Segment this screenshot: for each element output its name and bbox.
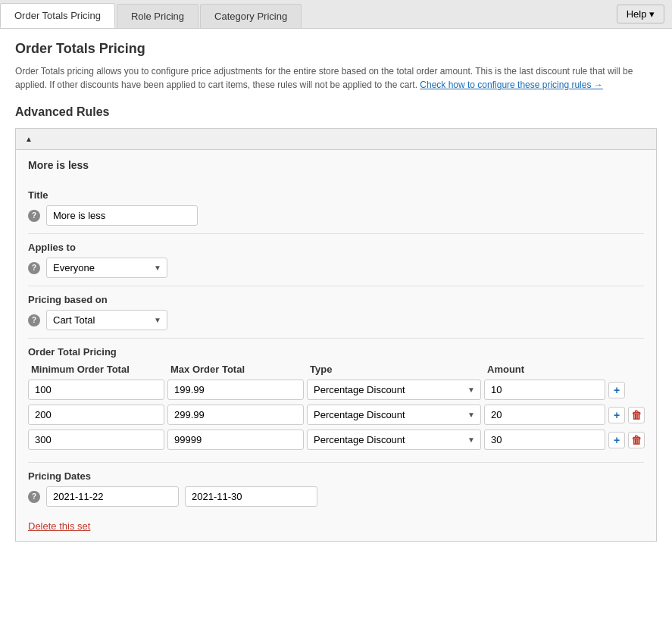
rule-content: More is less Title ? Applies to ? bbox=[16, 150, 656, 541]
delete-row-button-2[interactable]: 🗑 bbox=[628, 407, 645, 423]
type-select-wrapper-1: Percentage Discount Fixed Discount Fixed… bbox=[307, 380, 481, 400]
row-actions-1: + bbox=[608, 382, 654, 398]
amount-input-1[interactable] bbox=[484, 380, 605, 400]
table-row: Percentage Discount Fixed Discount Fixed… bbox=[28, 380, 644, 400]
title-input[interactable] bbox=[46, 205, 198, 226]
title-field-section: Title ? bbox=[28, 182, 644, 234]
start-date-input[interactable] bbox=[46, 486, 179, 507]
applies-to-label: Applies to bbox=[28, 242, 644, 253]
pricing-based-on-select[interactable]: Cart Total Subtotal bbox=[46, 310, 167, 330]
pricing-table-label: Order Total Pricing bbox=[28, 346, 644, 358]
applies-to-section: Applies to ? Everyone Logged In Guest ▼ bbox=[28, 234, 644, 286]
title-help-icon[interactable]: ? bbox=[28, 210, 40, 222]
tab-bar: Order Totals Pricing Role Pricing Catego… bbox=[0, 0, 672, 29]
pricing-based-on-select-wrapper: Cart Total Subtotal ▼ bbox=[46, 310, 167, 330]
pricing-based-on-section: Pricing based on ? Cart Total Subtotal ▼ bbox=[28, 286, 644, 339]
header-amount: Amount bbox=[484, 364, 605, 375]
type-select-wrapper-3: Percentage Discount Fixed Discount Fixed… bbox=[307, 430, 481, 450]
advanced-rules-box: ▲ More is less Title ? Applies to bbox=[15, 128, 657, 542]
max-order-input-2[interactable] bbox=[167, 405, 304, 425]
amount-input-3[interactable] bbox=[484, 430, 605, 450]
collapse-arrow-icon[interactable]: ▲ bbox=[25, 135, 33, 143]
pricing-rules-link[interactable]: Check how to configure these pricing rul… bbox=[420, 80, 602, 90]
applies-to-select-wrapper: Everyone Logged In Guest ▼ bbox=[46, 258, 167, 278]
page-title: Order Totals Pricing bbox=[15, 41, 657, 57]
section-title: Advanced Rules bbox=[15, 105, 657, 119]
applies-to-row: ? Everyone Logged In Guest ▼ bbox=[28, 258, 644, 278]
add-row-button-2[interactable]: + bbox=[608, 407, 625, 423]
min-order-input-3[interactable] bbox=[28, 430, 164, 450]
pricing-based-on-label: Pricing based on bbox=[28, 294, 644, 305]
type-select-1[interactable]: Percentage Discount Fixed Discount Fixed… bbox=[307, 380, 481, 400]
max-order-input-1[interactable] bbox=[167, 380, 304, 400]
pricing-dates-help-icon[interactable]: ? bbox=[28, 491, 40, 503]
table-row: Percentage Discount Fixed Discount Fixed… bbox=[28, 405, 644, 425]
rule-title: More is less bbox=[28, 159, 644, 171]
add-row-button-3[interactable]: + bbox=[608, 432, 625, 448]
table-row: Percentage Discount Fixed Discount Fixed… bbox=[28, 430, 644, 450]
header-actions bbox=[608, 364, 654, 375]
header-min-order: Minimum Order Total bbox=[28, 364, 164, 375]
header-max-order: Max Order Total bbox=[167, 364, 304, 375]
rule-header[interactable]: ▲ bbox=[16, 129, 656, 150]
delete-row-button-3[interactable]: 🗑 bbox=[628, 432, 645, 448]
min-order-input-2[interactable] bbox=[28, 405, 164, 425]
tab-order-totals-pricing[interactable]: Order Totals Pricing bbox=[0, 3, 115, 28]
max-order-input-3[interactable] bbox=[167, 430, 304, 450]
header-type: Type bbox=[307, 364, 481, 375]
table-header: Minimum Order Total Max Order Total Type… bbox=[28, 364, 644, 375]
main-content: Order Totals Pricing Order Totals pricin… bbox=[0, 29, 672, 566]
type-select-3[interactable]: Percentage Discount Fixed Discount Fixed… bbox=[307, 430, 481, 450]
delete-set-link[interactable]: Delete this set bbox=[28, 520, 90, 532]
title-label: Title bbox=[28, 189, 644, 201]
min-order-input-1[interactable] bbox=[28, 380, 164, 400]
applies-to-select[interactable]: Everyone Logged In Guest bbox=[46, 258, 167, 278]
type-select-2[interactable]: Percentage Discount Fixed Discount Fixed… bbox=[307, 405, 481, 425]
applies-to-help-icon[interactable]: ? bbox=[28, 262, 40, 274]
dates-row: ? bbox=[28, 486, 644, 507]
tab-category-pricing[interactable]: Category Pricing bbox=[200, 4, 302, 28]
end-date-input[interactable] bbox=[185, 486, 317, 507]
help-button[interactable]: Help ▾ bbox=[617, 5, 664, 23]
order-total-pricing-section: Order Total Pricing Minimum Order Total … bbox=[28, 339, 644, 462]
pricing-dates-section: Pricing Dates ? bbox=[28, 462, 644, 510]
pricing-based-on-row: ? Cart Total Subtotal ▼ bbox=[28, 310, 644, 330]
tab-role-pricing[interactable]: Role Pricing bbox=[117, 4, 198, 28]
title-field-row: ? bbox=[28, 205, 644, 226]
type-select-wrapper-2: Percentage Discount Fixed Discount Fixed… bbox=[307, 405, 481, 425]
pricing-dates-label: Pricing Dates bbox=[28, 470, 644, 482]
row-actions-2: + 🗑 bbox=[608, 407, 654, 423]
pricing-based-on-help-icon[interactable]: ? bbox=[28, 314, 40, 326]
add-row-button-1[interactable]: + bbox=[608, 382, 625, 398]
amount-input-2[interactable] bbox=[484, 405, 605, 425]
row-actions-3: + 🗑 bbox=[608, 432, 654, 448]
page-description: Order Totals pricing allows you to confi… bbox=[15, 64, 657, 92]
